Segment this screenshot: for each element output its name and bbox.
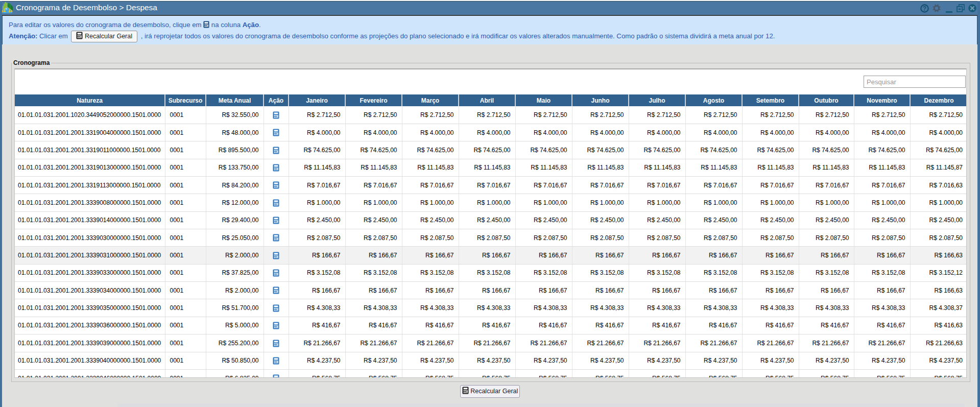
svg-text:?: ? bbox=[923, 5, 926, 12]
